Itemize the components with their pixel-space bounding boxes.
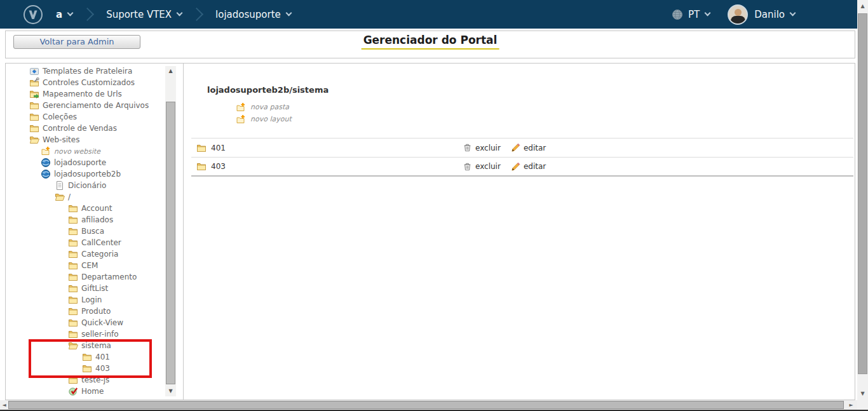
scroll-down-icon[interactable]: ▼ (165, 386, 176, 396)
folder-list: 401 excluir editar 403 (191, 138, 853, 177)
tree-item-label: Web-sites (43, 135, 79, 144)
folder-row-401: 401 excluir editar (191, 138, 853, 158)
delete-label: excluir (475, 162, 501, 171)
tree-item-callcenter[interactable]: CallCenter (6, 237, 169, 248)
page-header: Voltar para Admin Gerenciador do Portal (5, 30, 855, 58)
scroll-down-icon[interactable]: ▼ (857, 389, 868, 399)
account-menu[interactable]: a (56, 9, 72, 20)
chevron-down-icon (177, 10, 183, 17)
tree-item-templates-de-prateleira[interactable]: Templates de Prateleira (6, 65, 169, 77)
row-actions: excluir editar (463, 143, 546, 152)
folder-plus-icon (236, 102, 246, 112)
tree-item-cem[interactable]: CEM (6, 260, 169, 271)
scroll-up-icon[interactable]: ▲ (857, 1, 868, 11)
page-horizontal-scrollbar[interactable]: ◄ ► (0, 400, 857, 410)
folder-name[interactable]: 401 (211, 144, 226, 152)
tree-item-gerenciamento-de-arquivos[interactable]: Gerenciamento de Arquivos (6, 100, 169, 111)
tree-item-label: 403 (95, 364, 110, 373)
tree-item-label: GiftList (81, 284, 108, 293)
tree-item-web-sites[interactable]: Web-sites (6, 134, 169, 145)
folder-icon (29, 123, 39, 133)
folder-icon (29, 112, 39, 122)
vtex-logo-icon[interactable] (23, 4, 43, 25)
new-folder-label: nova pasta (250, 103, 289, 111)
tree-item-home[interactable]: Home (6, 386, 169, 397)
tree-item-root[interactable]: / (6, 191, 169, 203)
tree-item-controles-customizados[interactable]: Controles Customizados (6, 77, 169, 88)
tree-item-busca[interactable]: Busca (6, 226, 169, 237)
tree-item-label: lojadosuporte (54, 158, 106, 167)
folder-icon (68, 215, 78, 225)
sidebar-scrollbar-thumb[interactable] (166, 102, 175, 384)
content-panel: Templates de Prateleira Controles Custom… (5, 63, 855, 400)
new-layout-link[interactable]: novo layout (236, 113, 292, 125)
tree-item-produto[interactable]: Produto (6, 306, 169, 317)
tree-item-lojadosuporte[interactable]: lojadosuporte (6, 157, 169, 168)
edit-button[interactable]: editar (511, 143, 546, 152)
tree-item-label: / (68, 192, 71, 201)
tree-item-403[interactable]: 403 (6, 363, 169, 374)
tree-item-novo-website[interactable]: novo website (6, 145, 169, 157)
page-vertical-scrollbar-thumb[interactable] (858, 13, 867, 374)
tree-item-giftlist[interactable]: GiftList (6, 283, 169, 294)
tree-item-lojadosuporteb2b[interactable]: lojadosuporteb2b (6, 168, 169, 180)
tree-item-teste-js[interactable]: teste-js (6, 374, 169, 386)
user-avatar[interactable] (728, 4, 748, 25)
globe-icon (41, 169, 51, 179)
page-title: Gerenciador do Portal (362, 34, 499, 50)
scroll-up-icon[interactable]: ▲ (165, 66, 176, 76)
tree-item-label: Quick-View (81, 318, 123, 327)
folder-wrench-icon (29, 77, 39, 88)
page-horizontal-scrollbar-thumb[interactable] (8, 401, 844, 409)
delete-button[interactable]: excluir (463, 143, 501, 152)
scroll-right-icon[interactable]: ► (847, 400, 855, 410)
folder-name[interactable]: 403 (211, 162, 226, 171)
chevron-down-icon (790, 10, 796, 17)
tree-item-label: teste-js (81, 375, 109, 384)
store-menu-label: Suporte VTEX (106, 9, 172, 20)
new-layout-label: novo layout (250, 115, 292, 123)
sidebar-scrollbar[interactable]: ▲ ▼ (165, 66, 176, 396)
tree-item-label: afiliados (81, 215, 113, 224)
tree-item-label: seller-info (81, 330, 119, 339)
sidebar-tree-panel: Templates de Prateleira Controles Custom… (6, 64, 184, 400)
language-menu[interactable]: PT (688, 9, 710, 20)
tree-item-controle-de-vendas[interactable]: Controle de Vendas (6, 123, 169, 134)
tree-item-mapeamento-de-urls[interactable]: Mapeamento de Urls (6, 88, 169, 100)
tree-item-label: Coleções (43, 112, 77, 121)
tree-item-login[interactable]: Login (6, 294, 169, 306)
tree-item-label: 401 (95, 353, 110, 361)
delete-button[interactable]: excluir (463, 162, 501, 172)
tree-item-dicionario[interactable]: Dicionário (6, 180, 169, 191)
tree-item-401[interactable]: 401 (6, 351, 169, 363)
folder-icon (68, 272, 78, 282)
globe-icon (41, 158, 51, 168)
avatar-body (731, 16, 745, 25)
folder-open-icon (29, 135, 39, 145)
tree-item-account[interactable]: Account (6, 203, 169, 214)
tree-item-departamento[interactable]: Departamento (6, 271, 169, 283)
user-menu[interactable]: Danilo (754, 9, 795, 20)
page-vertical-scrollbar[interactable]: ▲ ▼ (857, 0, 868, 410)
tree-item-label: Busca (81, 227, 104, 236)
language-globe-icon (672, 9, 683, 20)
store-menu[interactable]: Suporte VTEX (106, 9, 182, 20)
folder-icon (68, 260, 78, 271)
scroll-left-icon[interactable]: ◄ (0, 400, 8, 410)
folder-icon (68, 329, 78, 339)
trash-icon (463, 143, 472, 152)
tree-item-label: Controle de Vendas (43, 124, 117, 133)
edit-button[interactable]: editar (511, 162, 546, 172)
tree-item-afiliados[interactable]: afiliados (6, 214, 169, 226)
back-to-admin-button[interactable]: Voltar para Admin (13, 35, 140, 49)
tree-item-seller-info[interactable]: seller-info (6, 328, 169, 340)
site-menu[interactable]: lojadosuporte (215, 9, 291, 20)
tree-item-quick-view[interactable]: Quick-View (6, 317, 169, 328)
tree-item-categoria[interactable]: Categoria (6, 248, 169, 260)
chevron-down-icon (67, 10, 74, 17)
tree-item-sistema[interactable]: sistema (6, 340, 169, 351)
app-window: a Suporte VTEX lojadosuporte PT (0, 0, 868, 411)
tree-item-label: Home (81, 387, 104, 396)
new-folder-link[interactable]: nova pasta (236, 101, 292, 113)
tree-item-colecoes[interactable]: Coleções (6, 111, 169, 123)
